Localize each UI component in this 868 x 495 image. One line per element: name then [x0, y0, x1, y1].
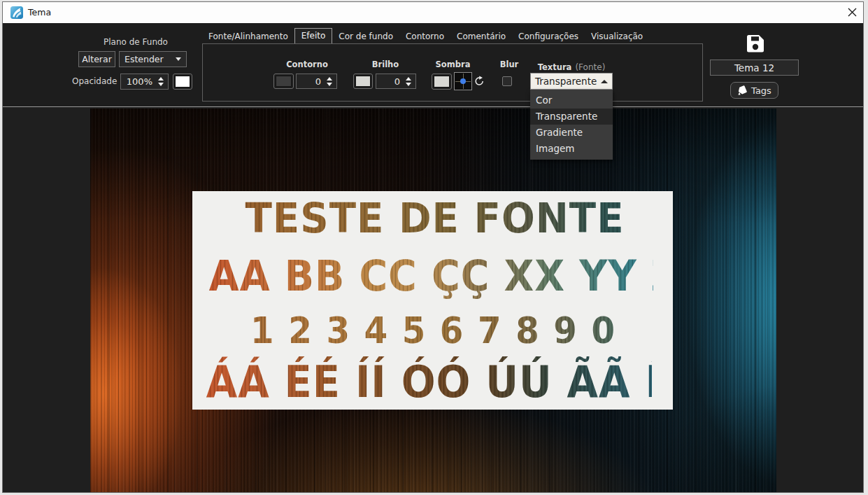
tab-configuracoes[interactable]: Configurações: [512, 29, 585, 44]
blur-checkbox[interactable]: [502, 76, 512, 86]
tag-icon: [737, 85, 748, 95]
title-bar[interactable]: Tema: [3, 2, 863, 23]
shadow-color-swatch-fill: [434, 76, 450, 88]
font-test-line-1: TESTE DE FONTE: [201, 195, 667, 242]
background-color-swatch[interactable]: [173, 74, 192, 90]
texture-label-group: Textura (Fonte): [530, 60, 613, 73]
texture-dropdown-list: Cor Transparente Gradiente Imagem: [530, 90, 613, 160]
blur-label: Blur: [492, 60, 526, 69]
dropdown-option-imagem[interactable]: Imagem: [530, 141, 613, 157]
opacity-spinner[interactable]: 100%: [120, 74, 169, 90]
save-icon[interactable]: [747, 35, 764, 53]
dropdown-option-transparente[interactable]: Transparente: [530, 109, 613, 125]
dropdown-option-cor[interactable]: Cor: [530, 92, 613, 109]
tags-button-label: Tags: [751, 85, 771, 96]
spinner-arrows[interactable]: [404, 74, 415, 88]
outline-color-swatch-fill: [276, 76, 292, 87]
effect-panel: [202, 43, 703, 102]
tab-cor-de-fundo[interactable]: Cor de fundo: [332, 29, 399, 44]
fill-mode-select[interactable]: Estender: [119, 51, 187, 67]
background-panel-title: Plano de Fundo: [76, 37, 196, 47]
shadow-position-dot[interactable]: [460, 78, 466, 84]
glow-size-value: 0: [376, 76, 404, 87]
tags-button[interactable]: Tags: [730, 82, 778, 99]
screenshot-stage: Tema Plano de Fundo Alterar Estender Opa…: [0, 0, 868, 495]
theme-name-button[interactable]: Tema 12: [710, 60, 799, 76]
window-title: Tema: [28, 2, 51, 23]
change-background-button[interactable]: Alterar: [78, 51, 115, 67]
toolbar: Plano de Fundo Alterar Estender Opacidad…: [3, 23, 863, 107]
app-logo-icon: [10, 6, 23, 19]
texture-select-value: Transparente: [535, 76, 597, 87]
preview-area: TESTE DE FONTE AA BB CC ÇÇ XX YY ZZ 1 2 …: [3, 107, 863, 492]
spinner-up-icon[interactable]: [327, 77, 332, 81]
glow-color-swatch-fill: [355, 76, 371, 87]
spinner-arrows[interactable]: [156, 74, 168, 89]
chevron-down-icon: [176, 57, 181, 61]
spinner-arrows[interactable]: [325, 74, 336, 88]
glow-size-spinner[interactable]: 0: [376, 74, 416, 89]
spinner-down-icon[interactable]: [327, 83, 332, 86]
tab-comentario[interactable]: Comentário: [450, 29, 512, 44]
outline-size-value: 0: [297, 76, 325, 87]
texture-select[interactable]: Transparente: [530, 73, 613, 90]
texture-sublabel: (Fonte): [575, 62, 605, 72]
spinner-down-icon[interactable]: [158, 83, 164, 86]
texture-label: Textura: [538, 62, 572, 72]
dropdown-option-gradiente[interactable]: Gradiente: [530, 125, 613, 141]
close-button[interactable]: [844, 5, 861, 20]
opacity-label: Opacidade: [72, 74, 117, 90]
shadow-reset-icon[interactable]: [474, 76, 485, 87]
font-test-line-4: ÁÁ ÉÉ ÍÍ ÓÓ ÚÚ ÃÃ ÊÊ: [206, 356, 653, 407]
fill-mode-value: Estender: [124, 54, 164, 64]
background-color-swatch-fill: [175, 76, 190, 88]
tab-contorno[interactable]: Contorno: [399, 29, 450, 44]
outline-color-swatch[interactable]: [273, 74, 294, 89]
tab-visualizacao[interactable]: Visualização: [585, 29, 649, 44]
opacity-value: 100%: [121, 76, 156, 87]
tab-strip: Fonte/Alinhamento Efeito Cor de fundo Co…: [202, 28, 649, 44]
font-test-box: TESTE DE FONTE AA BB CC ÇÇ XX YY ZZ 1 2 …: [192, 191, 673, 410]
tab-efeito[interactable]: Efeito: [294, 28, 333, 44]
spinner-up-icon[interactable]: [406, 77, 411, 81]
background-texture-image[interactable]: TESTE DE FONTE AA BB CC ÇÇ XX YY ZZ 1 2 …: [90, 109, 776, 492]
font-test-line-2: AA BB CC ÇÇ XX YY ZZ: [209, 251, 653, 300]
spinner-down-icon[interactable]: [406, 83, 411, 86]
font-test-line-3: 1 2 3 4 5 6 7 8 9 0: [210, 309, 656, 351]
app-window: Tema Plano de Fundo Alterar Estender Opa…: [2, 1, 864, 493]
shadow-label: Sombra: [432, 60, 474, 69]
glow-label: Brilho: [353, 60, 418, 69]
glow-color-swatch[interactable]: [353, 74, 373, 89]
chevron-up-icon: [601, 80, 608, 83]
shadow-color-swatch[interactable]: [432, 74, 452, 90]
outline-label: Contorno: [273, 60, 341, 69]
outline-size-spinner[interactable]: 0: [296, 74, 337, 89]
tab-fonte-alinhamento[interactable]: Fonte/Alinhamento: [202, 29, 294, 44]
shadow-direction-pad[interactable]: [454, 72, 472, 90]
spinner-up-icon[interactable]: [158, 77, 164, 81]
